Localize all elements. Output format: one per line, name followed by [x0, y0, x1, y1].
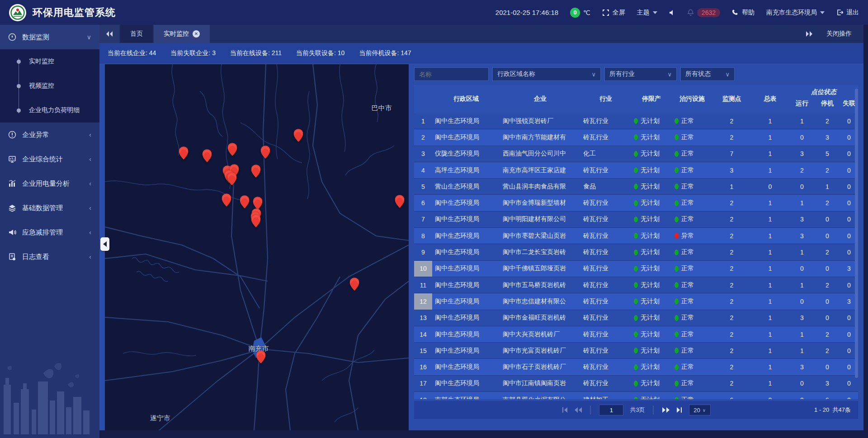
sidebar-item-base-data[interactable]: 基础数据管理‹	[0, 196, 99, 220]
table-row[interactable]: 9阆中生态环境局阆中市二龙长宝页岩砖砖瓦行业无计划正常21120	[414, 244, 858, 260]
last-page-button[interactable]	[676, 407, 683, 413]
phone-icon	[732, 9, 739, 16]
theme-dropdown[interactable]: 主题	[637, 9, 657, 17]
table-scrollbar[interactable]	[855, 89, 858, 378]
pager-divider: │	[651, 406, 656, 414]
map-marker-pin[interactable]	[179, 146, 189, 160]
industry-filter-select[interactable]: 所有行业 ∨	[604, 67, 677, 81]
notifications[interactable]: 2632	[687, 8, 720, 17]
map-marker-pin[interactable]	[251, 214, 260, 227]
sidebar-item-power-analysis[interactable]: 企业用电量分析‹	[0, 171, 99, 196]
sound-toggle[interactable]	[669, 9, 675, 16]
tabs-scroll-right-button[interactable]	[806, 31, 813, 37]
status-dot	[675, 266, 679, 272]
fullscreen-button[interactable]: 全屏	[602, 9, 625, 17]
speaker-icon	[669, 9, 675, 16]
cell-production: 无计划	[631, 215, 672, 223]
page-title: 环保用电监管系统	[33, 6, 116, 19]
cell-production: 无计划	[631, 297, 672, 306]
cell-industry: 砖瓦行业	[580, 297, 631, 306]
sidebar-item-video-monitor[interactable]: 视频监控	[0, 74, 99, 98]
first-page-button[interactable]	[561, 407, 568, 413]
map-marker-pin[interactable]	[294, 129, 303, 142]
region-filter-select[interactable]: 行政区域名称 ∨	[492, 67, 601, 81]
row-index: 2	[414, 129, 432, 145]
sidebar-item-log-view[interactable]: 日志查看‹	[0, 245, 99, 269]
map-marker-pin[interactable]	[251, 165, 260, 178]
cell-stop: 2	[815, 199, 840, 207]
table-row[interactable]: 8阆中生态环境局阆中市枣碧大梁山页岩砖瓦行业无计划异常21300	[414, 228, 858, 244]
cell-run: 3	[789, 216, 815, 223]
sidebar-item-data-monitor[interactable]: 数据监测∨	[0, 25, 99, 49]
cell-stop: 6	[815, 396, 840, 399]
table-row[interactable]: 1阆中生态环境局阆中强锐页岩砖厂砖瓦行业无计划正常21120	[414, 113, 858, 129]
status-dot	[634, 266, 638, 272]
table-row[interactable]: 14阆中生态环境局阆中大兴页岩机砖厂砖瓦行业无计划正常21120	[414, 326, 858, 343]
cell-monitor: 2	[712, 232, 751, 240]
table-row[interactable]: 5营山生态环境局营山县润丰肉食品有限食品无计划正常10010	[414, 179, 858, 195]
row-index: 12	[414, 293, 432, 309]
close-tab-icon[interactable]: ✕	[193, 30, 200, 38]
cell-run: 1	[789, 347, 815, 354]
table-row[interactable]: 3仪陇生态环境局西南油气田分公司川中化工无计划正常71350	[414, 146, 858, 162]
tab-home[interactable]: 首页	[120, 25, 153, 43]
cell-industry: 砖瓦行业	[580, 199, 631, 207]
cell-meter: 1	[751, 150, 789, 157]
map-marker-pin[interactable]	[240, 195, 250, 208]
table-row[interactable]: 4高坪生态环境局南充市高坪区王家店建砖瓦行业无计划正常31220	[414, 162, 858, 179]
close-operations-button[interactable]: 关闭操作	[826, 30, 852, 38]
chevron-down-icon	[653, 11, 657, 14]
map-marker-pin[interactable]	[256, 350, 265, 363]
table-row[interactable]: 17阆中生态环境局阆中市江南镇阆南页岩砖瓦行业无计划正常21030	[414, 376, 858, 392]
prev-page-button[interactable]	[575, 407, 582, 413]
cell-company: 阆中市金博瑞新型墙材	[500, 199, 580, 207]
org-dropdown[interactable]: 南充市生态环境局	[766, 9, 825, 17]
table-row[interactable]: 13阆中生态环境局阆中市金福旺页岩机砖砖瓦行业无计划正常21300	[414, 310, 858, 326]
double-chevron-right-icon	[806, 31, 813, 37]
table-row[interactable]: 18南部生态环境局南部县双化水泥有限公建材加工无计划正常60060	[414, 392, 858, 399]
help-button[interactable]: 帮助	[732, 9, 755, 17]
sidebar-item-realtime-monitor[interactable]: 实时监控	[0, 49, 99, 74]
table-row[interactable]: 16阆中生态环境局阆中市石子页岩机砖厂砖瓦行业无计划正常21300	[414, 359, 858, 375]
table-row[interactable]: 11阆中生态环境局阆中市五马桥页岩机砖砖瓦行业无计划正常21120	[414, 277, 858, 293]
map-marker-pin[interactable]	[202, 149, 212, 162]
tabs-scroll-left-button[interactable]	[99, 25, 119, 43]
next-page-button[interactable]	[662, 407, 670, 413]
name-filter-input[interactable]	[419, 71, 484, 78]
page-number-input[interactable]	[599, 405, 623, 415]
sidebar-item-enterprise-stats[interactable]: 企业综合统计‹	[0, 147, 99, 171]
sidebar-item-enterprise-abnormal[interactable]: 企业异常‹	[0, 122, 99, 147]
map-marker-pin[interactable]	[228, 143, 237, 156]
map-marker-pin[interactable]	[349, 278, 359, 291]
logout-button[interactable]: 退出	[836, 9, 859, 17]
table-row[interactable]: 2阆中生态环境局阆中市南方节能建材有砖瓦行业无计划正常21030	[414, 129, 858, 146]
cell-treatment: 正常	[672, 363, 712, 371]
map-marker-pin[interactable]	[227, 172, 236, 185]
map-marker-pin[interactable]	[395, 195, 404, 208]
table-row[interactable]: 15阆中生态环境局阆中市光富页岩机砖厂砖瓦行业无计划正常21120	[414, 343, 858, 359]
name-filter-field[interactable]	[414, 67, 489, 81]
sidebar-item-label: 企业用电量分析	[22, 179, 70, 188]
map-panel[interactable]: 巴中市南充市遂宁市	[105, 64, 409, 430]
table-row[interactable]: 10阆中生态环境局阆中千佛镇五郎垭页岩砖瓦行业无计划正常21003	[414, 261, 858, 277]
status-filter-select[interactable]: 所有状态 ∨	[680, 67, 735, 81]
cell-industry: 砖瓦行业	[580, 264, 631, 273]
stat-item: 当前在线设备: 211	[230, 49, 282, 57]
map-marker-pin[interactable]	[222, 193, 231, 207]
table-row[interactable]: 7阆中生态环境局阆中明阳建材有限公司砖瓦行业无计划正常21300	[414, 212, 858, 228]
tab-realtime-monitor[interactable]: 实时监控 ✕	[154, 25, 210, 43]
table-row[interactable]: 6阆中生态环境局阆中市金博瑞新型墙材砖瓦行业无计划正常21120	[414, 195, 858, 211]
sidebar-collapse-handle[interactable]	[100, 237, 109, 251]
page-size-select[interactable]: 20 ∨	[689, 405, 711, 415]
table-row[interactable]: 12阆中生态环境局阆中市忠信建材有限公砖瓦行业无计划正常21003	[414, 293, 858, 310]
cell-treatment: 正常	[672, 183, 712, 191]
map-marker-pin[interactable]	[253, 197, 263, 210]
map-marker-pin[interactable]	[260, 146, 270, 159]
cell-meter: 0	[751, 396, 789, 399]
sidebar-item-emergency-reduction[interactable]: 应急减排管理‹	[0, 220, 99, 245]
status-dot	[675, 233, 679, 239]
cell-region: 阆中生态环境局	[432, 347, 500, 355]
row-index: 14	[414, 326, 432, 342]
sidebar-item-power-load-detail[interactable]: 企业电力负荷明细	[0, 98, 99, 122]
status-dot	[634, 348, 638, 353]
